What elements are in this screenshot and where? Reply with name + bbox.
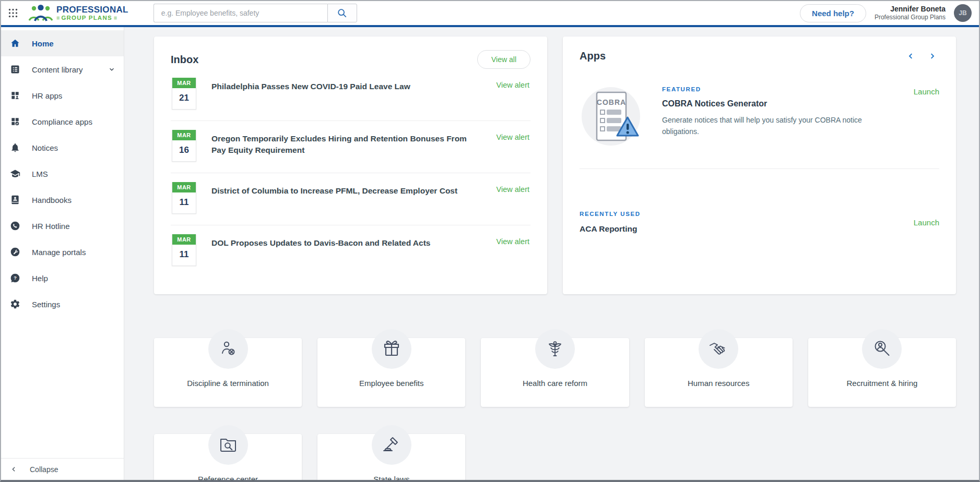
caduceus-icon xyxy=(535,329,575,369)
sidebar-item-content-library[interactable]: Content library xyxy=(1,56,124,82)
search-button[interactable] xyxy=(327,4,357,22)
gift-icon xyxy=(372,329,411,369)
search-icon xyxy=(337,8,347,18)
app-grid-button[interactable] xyxy=(5,5,21,21)
folder-search-icon xyxy=(208,425,248,465)
waffle-icon xyxy=(8,8,18,18)
featured-launch-link[interactable]: Launch xyxy=(914,85,939,149)
sidebar-item-compliance-apps[interactable]: Compliance apps xyxy=(1,109,124,135)
alert-title-link[interactable]: Oregon Temporarily Excludes Hiring and R… xyxy=(211,133,473,155)
inbox-alert-row: MAR 11 District of Columbia to Increase … xyxy=(171,173,530,225)
sidebar-item-label: Handbooks xyxy=(32,196,72,204)
sidebar-item-label: Compliance apps xyxy=(32,117,92,126)
cobra-document-icon: COBRA xyxy=(580,85,643,149)
view-alert-link[interactable]: View alert xyxy=(497,81,529,89)
inbox-card: Inbox View all MAR 21 Philadelphia Passe… xyxy=(154,37,547,294)
recently-used-eyebrow: RECENTLY USED xyxy=(580,211,939,217)
apps-divider xyxy=(580,168,939,169)
inbox-alert-row: MAR 16 Oregon Temporarily Excludes Hirin… xyxy=(171,121,530,173)
header-right: Need help? Jennifer Boneta Professional … xyxy=(800,4,972,22)
collapse-label: Collapse xyxy=(30,465,58,474)
sidebar-item-label: HR Hotline xyxy=(32,222,70,231)
handshake-icon xyxy=(699,329,738,369)
magnifier-person-icon xyxy=(862,329,902,369)
company-logo: PROFESSIONAL ≡GROUP PLANS≡ xyxy=(28,4,128,22)
sidebar-item-notices[interactable]: Notices xyxy=(1,135,124,161)
inbox-alert-row: MAR 11 DOL Proposes Updates to Davis-Bac… xyxy=(171,225,530,277)
date-badge: MAR 21 xyxy=(172,78,196,110)
carousel-next-button[interactable] xyxy=(927,51,937,61)
view-alert-link[interactable]: View alert xyxy=(497,133,529,141)
sidebar-collapse-button[interactable]: Collapse xyxy=(1,458,124,480)
svg-text:COBRA: COBRA xyxy=(597,98,626,106)
user-name: Jennifer Boneta xyxy=(875,5,946,14)
sidebar-item-label: Manage portals xyxy=(32,248,86,257)
carousel-prev-button[interactable] xyxy=(906,51,916,61)
tile-discipline-termination[interactable]: Discipline & termination xyxy=(154,338,302,407)
tile-state-laws[interactable]: State laws xyxy=(317,434,465,480)
notices-icon xyxy=(9,142,21,153)
lms-icon xyxy=(9,168,21,179)
sidebar-item-lms[interactable]: LMS xyxy=(1,161,124,187)
tile-label: State laws xyxy=(317,475,465,480)
alert-title-link[interactable]: DOL Proposes Updates to Davis-Bacon and … xyxy=(211,237,473,249)
sidebar-item-home[interactable]: Home xyxy=(1,30,124,56)
category-tiles: Discipline & termination Employee benefi… xyxy=(154,338,956,480)
discipline-termination-icon xyxy=(208,329,248,369)
hr-apps-icon xyxy=(9,90,21,101)
need-help-button[interactable]: Need help? xyxy=(800,4,866,22)
sidebar-item-help[interactable]: ? Help xyxy=(1,265,124,291)
sidebar-item-label: Content library xyxy=(32,65,83,74)
user-info: Jennifer Boneta Professional Group Plans xyxy=(875,5,946,22)
compliance-apps-icon xyxy=(9,116,21,127)
view-alert-link[interactable]: View alert xyxy=(497,237,529,246)
gavel-icon xyxy=(372,425,411,465)
sidebar-item-label: Home xyxy=(32,39,54,48)
recent-launch-link[interactable]: Launch xyxy=(914,218,939,227)
user-organization: Professional Group Plans xyxy=(875,14,946,21)
wrench-icon xyxy=(9,246,21,258)
tile-employee-benefits[interactable]: Employee benefits xyxy=(317,338,465,407)
logo-text-main: PROFESSIONAL xyxy=(56,5,128,14)
alert-title-link[interactable]: Philadelphia Passes New COVID-19 Paid Le… xyxy=(211,81,473,92)
svg-text:?: ? xyxy=(14,275,17,281)
view-all-button[interactable]: View all xyxy=(477,50,530,69)
gear-icon xyxy=(9,298,21,310)
tile-label: Recruitment & hiring xyxy=(808,379,956,388)
sidebar-item-settings[interactable]: Settings xyxy=(1,291,124,317)
sidebar-item-hr-apps[interactable]: HR apps xyxy=(1,82,124,109)
tile-recruitment-hiring[interactable]: Recruitment & hiring xyxy=(808,338,956,407)
apps-card: Apps xyxy=(563,37,956,294)
sidebar-item-label: HR apps xyxy=(32,91,62,100)
logo-lines-right: ≡ xyxy=(114,15,117,21)
date-badge: MAR 16 xyxy=(172,130,196,162)
tile-health-care-reform[interactable]: Health care reform xyxy=(481,338,629,407)
tile-human-resources[interactable]: Human resources xyxy=(645,338,793,407)
content-library-icon xyxy=(9,64,21,75)
global-search xyxy=(154,4,357,22)
inbox-title: Inbox xyxy=(171,54,198,66)
logo-people-icon xyxy=(28,4,53,22)
sidebar: Home Content library HR apps xyxy=(1,27,124,480)
recent-app-name[interactable]: ACA Reporting xyxy=(580,224,637,234)
featured-app-name[interactable]: COBRA Notices Generator xyxy=(662,99,866,109)
sidebar-item-label: LMS xyxy=(32,170,48,178)
app-window: PROFESSIONAL ≡GROUP PLANS≡ Need help? Je… xyxy=(0,0,980,482)
featured-eyebrow: FEATURED xyxy=(662,86,866,92)
tile-label: Reference center xyxy=(154,475,302,480)
view-alert-link[interactable]: View alert xyxy=(497,185,529,194)
sidebar-item-label: Help xyxy=(32,274,48,283)
sidebar-item-label: Notices xyxy=(32,143,58,152)
main-content: Inbox View all MAR 21 Philadelphia Passe… xyxy=(124,27,979,480)
apps-title: Apps xyxy=(580,50,606,62)
sidebar-item-hr-hotline[interactable]: HR Hotline xyxy=(1,213,124,239)
top-header: PROFESSIONAL ≡GROUP PLANS≡ Need help? Je… xyxy=(1,1,979,27)
cobra-illustration: COBRA xyxy=(580,85,643,149)
avatar[interactable]: JB xyxy=(954,4,972,22)
tile-reference-center[interactable]: Reference center xyxy=(154,434,302,480)
sidebar-item-manage-portals[interactable]: Manage portals xyxy=(1,239,124,265)
search-input[interactable] xyxy=(154,4,327,22)
alert-title-link[interactable]: District of Columbia to Increase PFML, D… xyxy=(211,185,473,197)
logo-lines-left: ≡ xyxy=(56,15,60,21)
sidebar-item-handbooks[interactable]: Handbooks xyxy=(1,187,124,213)
